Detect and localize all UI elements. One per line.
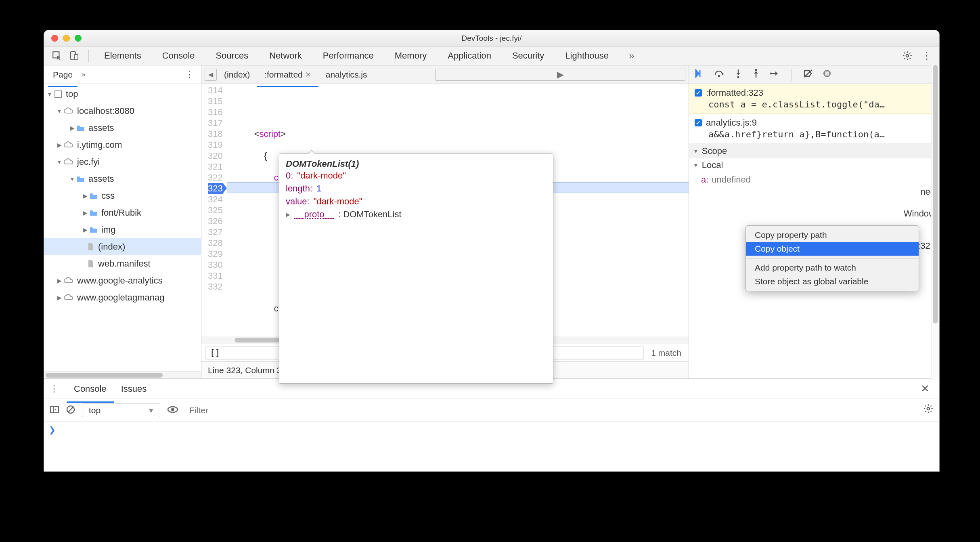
close-drawer-icon[interactable]: ✕ [917, 382, 934, 395]
disclosure-triangle-icon[interactable]: ▶ [56, 294, 63, 301]
menu-add-to-watch[interactable]: Add property path to watch [746, 261, 919, 275]
navigator-more-tabs-icon[interactable]: » [82, 70, 86, 79]
popover-value[interactable]: : DOMTokenList [338, 209, 402, 220]
popover-key[interactable]: value: [286, 196, 310, 207]
line-gutter[interactable]: 314315316 317318319 320321322 323 324325… [201, 84, 227, 336]
breakpoint-location[interactable]: :formatted:323 [706, 88, 763, 98]
scope-section-header[interactable]: ▼Scope [689, 144, 939, 158]
more-tabs-chevron-icon[interactable]: » [625, 49, 639, 63]
nav-forward-icon[interactable]: ▶ [435, 69, 685, 81]
tree-node-googletagmanager[interactable]: www.googletagmanag [77, 292, 164, 303]
popover-value[interactable]: "dark-mode" [297, 170, 346, 181]
tree-node-localhost[interactable]: localhost:8080 [77, 106, 134, 116]
device-toolbar-icon[interactable] [67, 48, 81, 63]
breakpoint-checkbox[interactable]: ✔ [695, 119, 702, 126]
popover-proto-key[interactable]: __proto__ [294, 209, 334, 220]
svg-rect-11 [827, 71, 829, 76]
tab-memory[interactable]: Memory [384, 46, 437, 65]
tree-node-ytimg[interactable]: i.ytimg.com [77, 140, 122, 150]
popover-value[interactable]: 1 [316, 183, 321, 194]
svg-rect-10 [825, 71, 827, 76]
tree-node-manifest[interactable]: web.manifest [98, 258, 151, 269]
tab-console-top[interactable]: Console [152, 46, 205, 65]
disclosure-triangle-icon[interactable]: ▶ [82, 227, 88, 233]
tree-node-top[interactable]: top [66, 89, 78, 99]
file-tree[interactable]: ▼top ▼localhost:8080 ▶assets ▶i.ytimg.co… [44, 84, 201, 371]
tree-node-img[interactable]: img [101, 225, 115, 235]
popover-value[interactable]: "dark-mode" [314, 196, 362, 207]
drawer-tab-console[interactable]: Console [67, 380, 114, 397]
minimize-window-button[interactable] [63, 35, 70, 42]
navigator-kebab-icon[interactable]: ⋮ [182, 69, 197, 80]
settings-gear-icon[interactable] [900, 49, 914, 63]
pause-on-exceptions-icon[interactable] [823, 69, 831, 80]
drawer-tab-issues[interactable]: Issues [114, 380, 154, 397]
close-tab-icon[interactable]: ✕ [305, 70, 311, 79]
step-into-icon[interactable] [734, 69, 742, 81]
tree-node-font[interactable]: font/Rubik [101, 208, 141, 218]
svg-point-3 [906, 55, 909, 57]
nav-back-icon[interactable]: ◀ [205, 69, 217, 81]
close-window-button[interactable] [51, 35, 58, 42]
tab-lighthouse[interactable]: Lighthouse [555, 46, 619, 65]
clear-console-icon[interactable] [66, 405, 75, 416]
inspect-element-icon[interactable] [50, 48, 64, 63]
disclosure-triangle-icon[interactable]: ▼ [56, 108, 63, 114]
tab-application[interactable]: Application [437, 46, 502, 65]
live-expression-icon[interactable] [167, 405, 179, 416]
scope-global-window[interactable]: Window [904, 208, 935, 219]
scope-local-header[interactable]: ▼Local [689, 158, 939, 172]
tree-node-css[interactable]: css [101, 191, 115, 201]
editor-tab-index[interactable]: (index) [217, 67, 257, 83]
resume-icon[interactable] [695, 69, 704, 80]
kebab-menu-icon[interactable]: ⋮ [920, 49, 934, 63]
scope-variable-value[interactable]: undefined [712, 174, 751, 185]
menu-copy-object[interactable]: Copy object [746, 242, 919, 256]
breakpoint-marker[interactable]: 323 [208, 183, 223, 194]
drawer-kebab-icon[interactable]: ⋮ [50, 384, 59, 394]
disclosure-triangle-icon[interactable]: ▶ [286, 211, 290, 218]
deactivate-breakpoints-icon[interactable] [803, 69, 813, 80]
tab-elements[interactable]: Elements [94, 46, 152, 65]
tree-node-jec-assets[interactable]: assets [88, 174, 114, 184]
tab-security[interactable]: Security [502, 46, 555, 65]
disclosure-triangle-icon[interactable]: ▼ [56, 159, 63, 165]
breakpoint-checkbox[interactable]: ✔ [695, 89, 702, 97]
popover-key[interactable]: 0: [286, 170, 293, 181]
console-prompt[interactable]: ❯ [44, 422, 939, 438]
step-out-icon[interactable] [752, 69, 760, 81]
tab-network[interactable]: Network [259, 46, 312, 65]
disclosure-triangle-icon[interactable]: ▶ [56, 142, 63, 148]
popover-key[interactable]: length: [286, 183, 312, 194]
disclosure-triangle-icon[interactable]: ▶ [69, 125, 75, 131]
console-sidebar-toggle-icon[interactable] [50, 405, 59, 416]
tree-node-assets[interactable]: assets [88, 123, 114, 133]
console-filter-input[interactable] [185, 403, 917, 418]
disclosure-triangle-icon[interactable]: ▶ [82, 210, 88, 216]
disclosure-triangle-icon[interactable]: ▶ [82, 193, 88, 199]
navigator-h-scrollbar[interactable] [44, 371, 201, 378]
tree-node-google-analytics[interactable]: www.google-analytics [77, 275, 163, 286]
disclosure-triangle-icon[interactable]: ▼ [69, 176, 75, 182]
menu-store-as-global[interactable]: Store object as global variable [746, 275, 919, 288]
step-over-icon[interactable] [714, 69, 725, 80]
editor-tab-analytics[interactable]: analytics.js [318, 67, 375, 83]
tree-node-jec[interactable]: jec.fyi [77, 157, 100, 167]
disclosure-triangle-icon[interactable]: ▼ [46, 91, 53, 97]
breakpoint-location[interactable]: analytics.js:9 [706, 118, 757, 128]
step-icon[interactable] [770, 69, 780, 80]
tree-node-index[interactable]: (index) [98, 242, 125, 252]
execution-context-selector[interactable]: top▾ [82, 403, 160, 417]
tab-performance[interactable]: Performance [312, 46, 384, 65]
cursor-position: Line 323, Column 32 [208, 366, 286, 375]
zoom-window-button[interactable] [75, 35, 82, 42]
disclosure-triangle-icon[interactable]: ▶ [56, 277, 63, 284]
window-v-scrollbar[interactable] [931, 65, 939, 380]
tab-sources[interactable]: Sources [205, 46, 259, 65]
menu-copy-property-path[interactable]: Copy property path [746, 228, 919, 242]
console-settings-gear-icon[interactable] [923, 403, 934, 417]
navigator-tab-page[interactable]: Page [48, 67, 77, 83]
scope-variable-name[interactable]: a: [701, 174, 708, 185]
editor-tab-formatted[interactable]: :formatted✕ [257, 67, 318, 83]
cloud-icon [63, 107, 74, 116]
